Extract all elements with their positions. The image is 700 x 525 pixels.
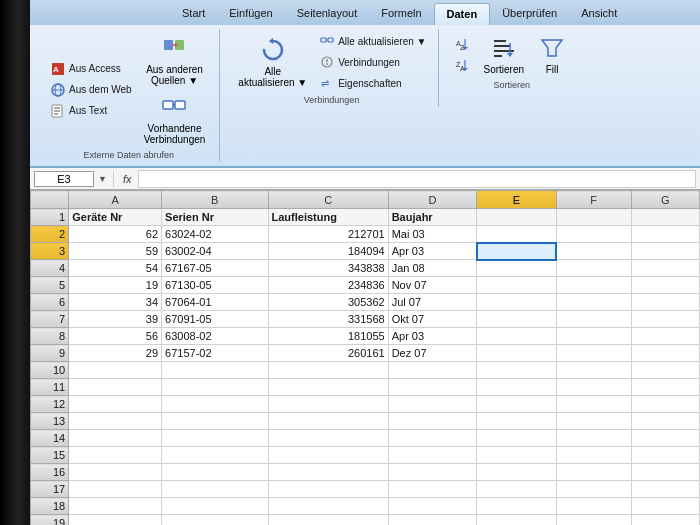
cell[interactable]: 305362 xyxy=(268,294,388,311)
aus-text-button[interactable]: Aus Text xyxy=(46,101,136,121)
filtern-button[interactable]: Fill xyxy=(532,31,572,78)
cell[interactable]: Dez 07 xyxy=(388,345,477,362)
cell[interactable]: Baujahr xyxy=(388,209,477,226)
cell[interactable] xyxy=(631,447,699,464)
cell[interactable] xyxy=(388,447,477,464)
aus-access-button[interactable]: A Aus Access xyxy=(46,59,136,79)
sort-za-button[interactable]: Z A xyxy=(451,55,475,75)
cell[interactable] xyxy=(388,464,477,481)
cell[interactable] xyxy=(268,362,388,379)
cell[interactable] xyxy=(477,362,556,379)
cell[interactable] xyxy=(556,430,631,447)
cell[interactable] xyxy=(162,379,268,396)
tab-einfuegen[interactable]: Einfügen xyxy=(217,3,284,25)
cell[interactable] xyxy=(388,413,477,430)
cell[interactable] xyxy=(477,379,556,396)
cell[interactable] xyxy=(631,209,699,226)
cell[interactable] xyxy=(631,311,699,328)
cell[interactable] xyxy=(388,396,477,413)
cell[interactable] xyxy=(388,379,477,396)
cell[interactable] xyxy=(631,345,699,362)
cell[interactable] xyxy=(477,413,556,430)
cell[interactable] xyxy=(477,311,556,328)
cell[interactable] xyxy=(631,294,699,311)
cell[interactable] xyxy=(388,481,477,498)
cell[interactable] xyxy=(477,328,556,345)
cell[interactable] xyxy=(556,226,631,243)
cell[interactable] xyxy=(69,481,162,498)
cell[interactable] xyxy=(556,498,631,515)
col-header-b[interactable]: B xyxy=(162,191,268,209)
tab-ansicht[interactable]: Ansicht xyxy=(569,3,629,25)
cell[interactable] xyxy=(556,396,631,413)
sort-az-button[interactable]: A Z xyxy=(451,34,475,54)
cell[interactable]: 63002-04 xyxy=(162,243,268,260)
cell[interactable]: 234836 xyxy=(268,277,388,294)
cell[interactable] xyxy=(69,447,162,464)
cell[interactable]: 184094 xyxy=(268,243,388,260)
cell[interactable] xyxy=(631,413,699,430)
cell[interactable]: 39 xyxy=(69,311,162,328)
cell[interactable] xyxy=(162,447,268,464)
cell[interactable]: 67167-05 xyxy=(162,260,268,277)
cell[interactable] xyxy=(268,481,388,498)
eigenschaften-button[interactable]: Verbindungen xyxy=(315,52,430,72)
aus-web-button[interactable]: Aus dem Web xyxy=(46,80,136,100)
col-header-e[interactable]: E xyxy=(477,191,556,209)
verbindungen-button[interactable]: Alle aktualisieren ▼ xyxy=(315,31,430,51)
cell[interactable]: 19 xyxy=(69,277,162,294)
cell[interactable] xyxy=(162,362,268,379)
cell[interactable] xyxy=(162,430,268,447)
cell[interactable] xyxy=(631,243,699,260)
cell[interactable]: 67064-01 xyxy=(162,294,268,311)
cell[interactable] xyxy=(268,464,388,481)
cell[interactable] xyxy=(631,328,699,345)
cell[interactable] xyxy=(477,430,556,447)
cell[interactable] xyxy=(268,515,388,526)
cell[interactable] xyxy=(631,362,699,379)
cell[interactable] xyxy=(477,481,556,498)
cell[interactable] xyxy=(556,379,631,396)
cell[interactable] xyxy=(388,430,477,447)
cell[interactable] xyxy=(556,515,631,526)
cell[interactable]: 59 xyxy=(69,243,162,260)
cell[interactable]: 343838 xyxy=(268,260,388,277)
cell[interactable] xyxy=(477,396,556,413)
cell[interactable]: 67130-05 xyxy=(162,277,268,294)
cell[interactable] xyxy=(556,260,631,277)
tab-daten[interactable]: Daten xyxy=(434,3,491,25)
formula-input[interactable] xyxy=(138,170,696,188)
cell[interactable]: 67157-02 xyxy=(162,345,268,362)
cell[interactable] xyxy=(631,226,699,243)
cell[interactable] xyxy=(268,396,388,413)
cell[interactable] xyxy=(631,396,699,413)
cell[interactable] xyxy=(162,498,268,515)
cell[interactable] xyxy=(556,294,631,311)
verknuepfungen-button[interactable]: ⇌ Eigenschaften xyxy=(315,73,430,93)
cell[interactable] xyxy=(162,515,268,526)
cell[interactable] xyxy=(556,345,631,362)
cell[interactable] xyxy=(477,209,556,226)
col-header-c[interactable]: C xyxy=(268,191,388,209)
cell[interactable]: 63008-02 xyxy=(162,328,268,345)
cell-reference-input[interactable] xyxy=(34,171,94,187)
col-header-f[interactable]: F xyxy=(556,191,631,209)
cell[interactable] xyxy=(477,498,556,515)
cell[interactable]: Okt 07 xyxy=(388,311,477,328)
cell[interactable] xyxy=(388,498,477,515)
cell[interactable] xyxy=(69,362,162,379)
cell[interactable] xyxy=(556,447,631,464)
cell[interactable] xyxy=(556,311,631,328)
cell[interactable]: 34 xyxy=(69,294,162,311)
cell[interactable]: 181055 xyxy=(268,328,388,345)
cell[interactable] xyxy=(69,413,162,430)
cell[interactable] xyxy=(477,277,556,294)
col-header-d[interactable]: D xyxy=(388,191,477,209)
cell[interactable] xyxy=(69,515,162,526)
cell[interactable]: Serien Nr xyxy=(162,209,268,226)
cell[interactable] xyxy=(162,396,268,413)
cell[interactable] xyxy=(268,430,388,447)
cell[interactable] xyxy=(631,515,699,526)
cell[interactable] xyxy=(69,430,162,447)
cell[interactable]: 62 xyxy=(69,226,162,243)
